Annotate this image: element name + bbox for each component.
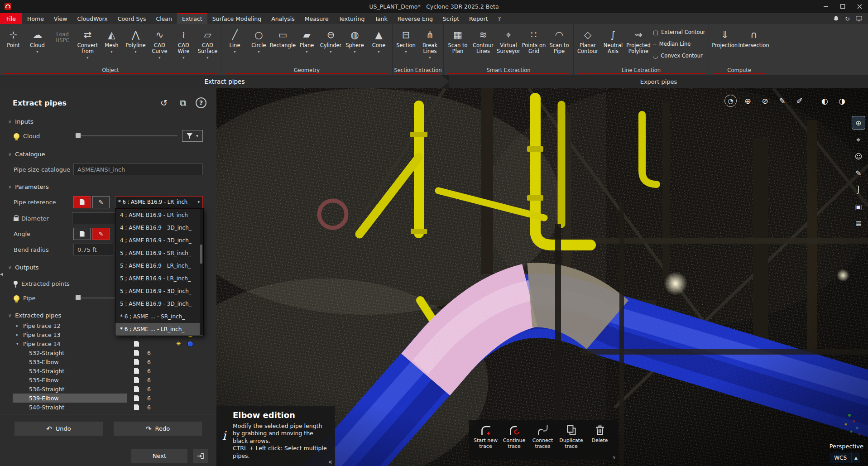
tree-item-534-straight[interactable]: 534-Straight6 (0, 366, 216, 375)
maximize-button[interactable] (834, 0, 851, 13)
dropdown-option[interactable]: * 6 ; ASME ... - LR_inch_ (115, 323, 203, 336)
close-button[interactable] (851, 0, 868, 13)
dropdown-option[interactable]: 4 ; ASME B16.9 - 3D_inch_ (115, 221, 203, 234)
menu-script[interactable]: Script (438, 13, 464, 24)
ribbon-button-circle[interactable]: ○Circle▾ (247, 26, 271, 54)
history-icon[interactable]: ↺ (158, 96, 170, 109)
sync-icon[interactable]: ↻ (845, 15, 850, 22)
dropdown-option[interactable]: 4 ; ASME B16.9 - LR_inch_ (115, 209, 203, 221)
scrollbar-thumb[interactable] (200, 245, 202, 264)
ribbon-button-point[interactable]: ⊹Point (1, 26, 25, 48)
ribbon-button-intersection[interactable]: ∩Intersection (739, 26, 768, 48)
section-parameters[interactable]: ∨ Parameters (8, 182, 206, 192)
minimize-button[interactable] (818, 0, 834, 13)
ribbon-button-rectangle[interactable]: ▭Rectangle (271, 26, 295, 48)
ribbon-button-break-lines[interactable]: ⋔Break Lines▾ (418, 26, 442, 60)
display-icon[interactable] (856, 16, 862, 22)
section-catalogue[interactable]: ∨ Catalogue (8, 149, 206, 159)
tree-item-532-straight[interactable]: 532-Straight6 (0, 348, 216, 357)
probe-icon[interactable]: ⌡ (852, 183, 865, 196)
trace-tool-continue-trace[interactable]: Continue trace (500, 423, 528, 458)
dropdown-scrollbar[interactable] (200, 209, 203, 335)
ribbon-button-median-line[interactable]: ╌Median Line (653, 39, 705, 49)
ribbon-button-cone[interactable]: ▲Cone▾ (367, 26, 391, 54)
menu-clean[interactable]: Clean (151, 13, 177, 24)
bend-radius-input[interactable] (73, 244, 113, 255)
document-icon[interactable] (134, 341, 139, 347)
tree-item-535-elbow[interactable]: 535-Elbow6 (0, 375, 216, 384)
cloud-slider[interactable] (75, 130, 177, 142)
ribbon-button-convex-contour[interactable]: ◡Convex Contour (653, 51, 705, 61)
notifications-icon[interactable] (833, 15, 839, 22)
menu-measure[interactable]: Measure (300, 13, 334, 24)
ribbon-button-points-on-grid[interactable]: ∷Points on Grid (521, 26, 547, 54)
chevron-right-icon[interactable]: ▸ (16, 323, 23, 328)
ribbon-button-cad-curve[interactable]: ∿CAD Curve▾ (148, 26, 172, 60)
dropdown-option[interactable]: 5 ; ASME B16.9 - SR_inch_ (115, 247, 203, 259)
menu-texturing[interactable]: Texturing (334, 13, 370, 24)
undo-button[interactable]: ↶ Undo (14, 422, 103, 436)
ribbon-button-polyline[interactable]: ⋀Polyline▾ (124, 26, 148, 54)
ribbon-button-cad-wire[interactable]: ≀CAD Wire▾ (172, 26, 196, 60)
up-axis-icon[interactable]: ▲ (851, 452, 860, 463)
slider-handle[interactable] (76, 295, 81, 300)
apply-exit-button[interactable] (193, 449, 208, 463)
angle-list-button[interactable] (73, 228, 91, 240)
chevron-down-icon[interactable]: ∨ (613, 455, 616, 460)
tree-item-pipe-trace-14[interactable]: ▾Pipe trace 14✳ (0, 339, 216, 348)
wcs-widget[interactable]: WCS ▲ (829, 452, 861, 464)
angle-edit-button[interactable]: ✎ (92, 228, 110, 240)
dropdown-option[interactable]: 5 ; ASME B16.9 - 3D_inch_ (115, 285, 203, 298)
cube-icon[interactable]: ▣ (852, 200, 865, 213)
show-cloud-icon[interactable]: ◐ (819, 95, 831, 107)
visibility-bulb-icon[interactable] (14, 295, 19, 301)
ribbon-button-external-contour[interactable]: ▢External Contour (653, 27, 705, 37)
detach-panel-icon[interactable]: ⧉ (177, 96, 189, 109)
dropdown-option[interactable]: 5 ; ASME B16.9 - LR_inch_ (115, 272, 203, 285)
menu-view[interactable]: View (49, 13, 72, 24)
show-pipe-icon[interactable]: ◑ (836, 95, 848, 107)
pin-icon[interactable] (14, 281, 18, 285)
ribbon-button-plane[interactable]: ▰Plane▾ (295, 26, 319, 54)
tree-item-539-elbow[interactable]: 539-Elbow6 (0, 394, 216, 403)
ribbon-button-scan-to-pipe[interactable]: ◠Scan to Pipe (547, 26, 572, 54)
menu-home[interactable]: Home (22, 13, 49, 24)
tree-item-533-elbow[interactable]: 533-Elbow6 (0, 357, 216, 366)
layers-icon[interactable]: ≣ (852, 217, 865, 230)
ribbon-button-projection[interactable]: ⇓Projection (710, 26, 739, 48)
pipe-reference-list-button[interactable] (73, 196, 91, 208)
dropdown-option[interactable]: 5 ; ASME B16.9 - LR_inch_ (115, 259, 203, 272)
pipe-edit-icon[interactable]: ✎ (776, 95, 788, 107)
dropdown-option[interactable]: 4 ; ASME B16.9 - 3D_inch_ (115, 234, 203, 247)
lock-icon[interactable] (14, 217, 19, 221)
pipe-reference-edit-button[interactable]: ✎ (92, 196, 110, 208)
chevron-right-icon[interactable]: ▸ (16, 332, 23, 337)
ribbon-button-convert-from[interactable]: ⇄Convert from▾ (76, 26, 100, 60)
next-button[interactable]: Next (131, 449, 187, 463)
menu-analysis[interactable]: Analysis (266, 13, 300, 24)
menu-help[interactable]: ? (493, 13, 506, 24)
ribbon-button-section[interactable]: ⊟Section▾ (394, 26, 418, 54)
ribbon-button-cloud[interactable]: ☁Cloud▾ (25, 26, 49, 54)
dropdown-option[interactable]: * 6 ; ASME ... - SR_inch_ (115, 310, 203, 323)
ribbon-button-contour-lines[interactable]: ≋Contour Lines (470, 26, 496, 54)
tab-export-pipes[interactable]: Export pipes (449, 75, 868, 88)
user-icon[interactable]: ☺ (852, 150, 865, 163)
menu-reverse-eng[interactable]: Reverse Eng (393, 13, 438, 24)
trace-tool-connect-traces[interactable]: Connect traces (528, 423, 557, 458)
trace-tool-duplicate-trace[interactable]: Duplicate trace (557, 423, 585, 458)
annotate-icon[interactable]: ✎ (852, 167, 865, 179)
menu-cloudworx[interactable]: CloudWorx (72, 13, 113, 24)
dropdown-option[interactable]: 5 ; ASME B16.9 - 3D_inch_ (115, 298, 203, 310)
ribbon-button-scan-to-plan[interactable]: ▦Scan to Plan (445, 26, 470, 54)
menu-report[interactable]: Report (464, 13, 493, 24)
ribbon-button-cylinder[interactable]: ⊖Cylinder▾ (319, 26, 343, 54)
pipe-size-catalogue-input[interactable] (73, 163, 203, 175)
visibility-bulb-icon[interactable] (14, 133, 19, 139)
tab-extract-pipes[interactable]: Extract pipes (0, 75, 449, 88)
menu-surface-modeling[interactable]: Surface Modeling (207, 13, 266, 24)
menu-coord-sys[interactable]: Coord Sys (113, 13, 151, 24)
ribbon-button-line[interactable]: ╱Line▾ (223, 26, 247, 54)
trace-tool-delete[interactable]: Delete (585, 423, 614, 458)
tree-item-540-straight[interactable]: 540-Straight6 (0, 403, 216, 410)
